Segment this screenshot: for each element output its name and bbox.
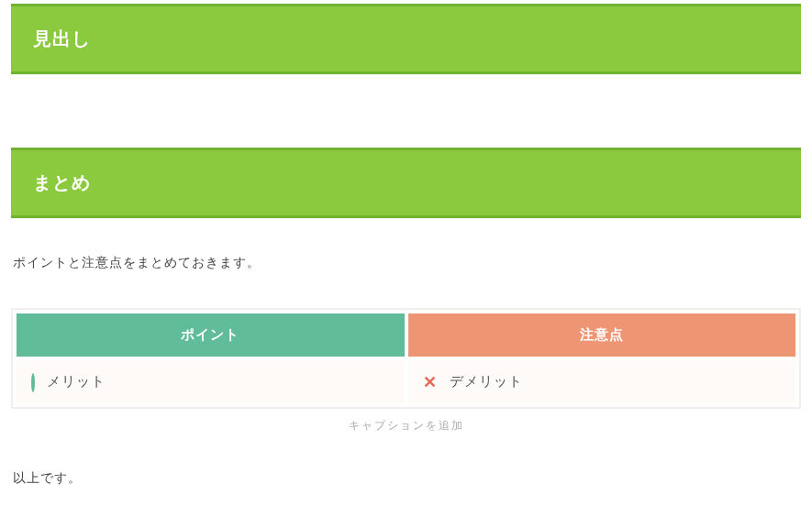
heading-text-2: まとめ [33, 172, 91, 192]
pros-cons-table: ポイント 注意点 メリット ✕ デメリット [17, 314, 795, 403]
heading-block-1: 見出し [11, 4, 801, 74]
cell-pros-text: メリット [47, 373, 106, 389]
table-cell-cons: ✕ デメリット [406, 358, 796, 403]
table-header-pros: ポイント [17, 314, 406, 358]
pros-cons-table-wrap: ポイント 注意点 メリット ✕ デメリット [11, 308, 801, 409]
caption-input[interactable]: キャプションを追加 [11, 418, 801, 434]
cell-cons-text: デメリット [450, 373, 523, 389]
closing-paragraph: 以上です。 [13, 470, 801, 487]
table-header-cons: 注意点 [406, 314, 796, 358]
table-cell-pros: メリット [17, 358, 406, 403]
circle-icon [31, 375, 35, 390]
table-row: メリット ✕ デメリット [17, 358, 795, 403]
intro-paragraph: ポイントと注意点をまとめておきます。 [13, 255, 801, 271]
table-header-row: ポイント 注意点 [17, 314, 795, 358]
heading-text-1: 見出し [33, 28, 91, 49]
x-icon: ✕ [423, 374, 438, 390]
heading-block-2: まとめ [11, 148, 801, 218]
